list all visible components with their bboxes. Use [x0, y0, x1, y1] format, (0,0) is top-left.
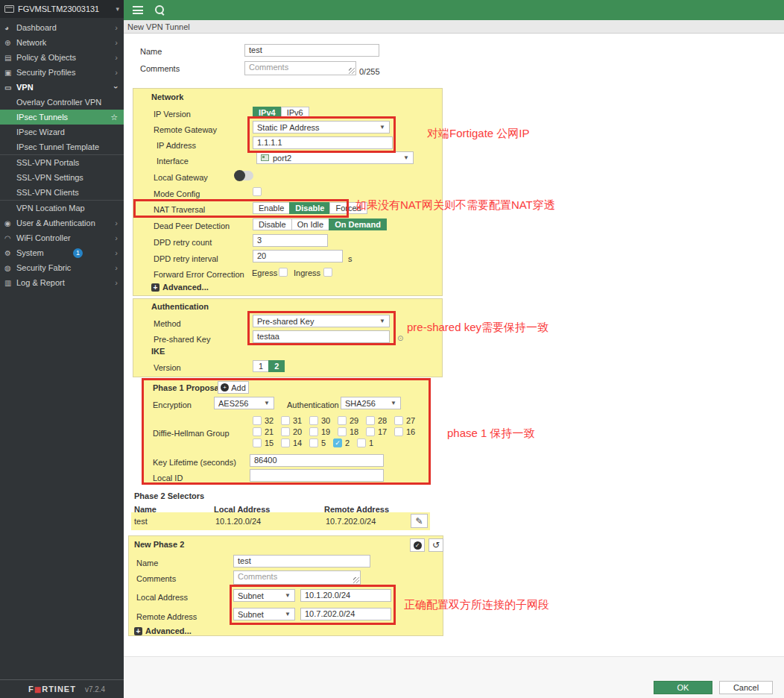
ike-v2-option[interactable]: 2: [268, 360, 285, 372]
nat-enable-option[interactable]: Enable: [253, 202, 290, 214]
sidebar-item-sslvpn-clients[interactable]: SSL-VPN Clients: [0, 185, 124, 200]
dh-29-checkbox[interactable]: [338, 416, 347, 425]
fortinet-logo: F▦RTINET v7.2.4: [0, 679, 124, 698]
dpd-ondemand-option[interactable]: On Demand: [329, 218, 387, 230]
ike-v1-option[interactable]: 1: [253, 360, 269, 372]
chevron-right-icon: ›: [115, 218, 118, 227]
sidebar-item-user-authentication[interactable]: ◉ User & Authentication ›: [0, 216, 124, 230]
dh-1-checkbox[interactable]: [357, 438, 366, 447]
interface-select[interactable]: port2 ▼: [256, 151, 414, 164]
encryption-select[interactable]: AES256 ▼: [214, 397, 274, 409]
sidebar-item-log-report[interactable]: ▥ Log & Report ›: [0, 275, 124, 290]
remote-gateway-select[interactable]: Static IP Address ▼: [253, 121, 390, 133]
search-icon[interactable]: [155, 5, 165, 15]
sidebar-item-system[interactable]: ⚙ System 1 ›: [0, 245, 124, 260]
dh-18-checkbox[interactable]: [338, 427, 347, 436]
dh-5-checkbox[interactable]: [309, 438, 318, 447]
dh-32-checkbox[interactable]: [253, 416, 262, 425]
dh-30-checkbox[interactable]: [309, 416, 318, 425]
nat-disable-option[interactable]: Disable: [289, 202, 330, 214]
password-visibility-icon[interactable]: ⊙: [397, 334, 403, 342]
sidebar-item-ipsec-tunnel-template[interactable]: IPsec Tunnel Template: [0, 139, 124, 154]
pencil-icon: ✎: [415, 516, 423, 526]
new-phase2-revert-button[interactable]: ↺: [429, 538, 443, 552]
np2-name-label: Name: [136, 558, 158, 568]
dh-17-checkbox[interactable]: [366, 427, 375, 436]
dpd-disable-option[interactable]: Disable: [253, 218, 292, 230]
fec-ingress-checkbox[interactable]: [323, 268, 332, 277]
ok-button[interactable]: OK: [654, 681, 712, 694]
phase2-row-remote: 10.7.202.0/24: [326, 517, 376, 526]
sidebar-item-network[interactable]: ⊕ Network ›: [0, 35, 124, 50]
dh-20-checkbox[interactable]: [281, 427, 290, 436]
system-badge: 1: [73, 248, 83, 258]
dh-16-checkbox[interactable]: [394, 427, 403, 436]
dh-row-3: 15 14 5 ✓2 1: [253, 438, 381, 447]
hamburger-menu-icon[interactable]: [133, 6, 143, 14]
ipv4-option[interactable]: IPv4: [253, 107, 282, 119]
local-gateway-toggle[interactable]: [235, 171, 253, 180]
dpd-retry-count-input[interactable]: 3: [253, 234, 328, 247]
sidebar-item-ipsec-tunnels[interactable]: IPsec Tunnels ☆: [0, 110, 124, 125]
np2-comments-input[interactable]: Comments: [233, 570, 361, 585]
sidebar-item-ipsec-wizard[interactable]: IPsec Wizard: [0, 125, 124, 139]
dh-21-checkbox[interactable]: [253, 427, 262, 436]
phase2-edit-button[interactable]: ✎: [411, 514, 428, 528]
dh-28-checkbox[interactable]: [366, 416, 375, 425]
method-select[interactable]: Pre-shared Key ▼: [253, 315, 390, 327]
dh-15-checkbox[interactable]: [253, 438, 262, 447]
fec-egress-checkbox[interactable]: [279, 268, 288, 277]
sidebar-item-wifi-controller[interactable]: ◠ WiFi Controller ›: [0, 230, 124, 245]
new-phase2-accept-button[interactable]: ✓: [410, 538, 425, 552]
resize-handle[interactable]: [353, 577, 359, 583]
star-icon[interactable]: ☆: [110, 113, 118, 122]
dpd-onidle-option[interactable]: On Idle: [291, 218, 329, 230]
np2-remote-input[interactable]: 10.7.202.0/24: [300, 608, 391, 620]
sidebar-item-sslvpn-portals[interactable]: SSL-VPN Portals: [0, 155, 124, 170]
np2-local-type-select[interactable]: Subnet ▼: [233, 589, 295, 602]
phase1-add-button[interactable]: + Add: [218, 381, 249, 394]
sidebar-item-policy-objects[interactable]: ▤ Policy & Objects ›: [0, 50, 124, 65]
sidebar-item-sslvpn-settings[interactable]: SSL-VPN Settings: [0, 170, 124, 185]
dh-27-checkbox[interactable]: [394, 416, 403, 425]
sidebar-item-vpn-location-map[interactable]: VPN Location Map: [0, 201, 124, 216]
cancel-button[interactable]: Cancel: [719, 681, 773, 694]
comments-label: Comments: [140, 63, 180, 74]
interface-label: Interface: [157, 156, 189, 166]
key-lifetime-input[interactable]: 86400: [250, 454, 384, 467]
device-selector[interactable]: FGVMSLTM23003131 ▾: [0, 0, 124, 18]
psk-input[interactable]: testaa: [253, 330, 390, 343]
dpd-segmented: Disable On Idle On Demand: [253, 218, 387, 230]
comments-input[interactable]: Comments: [244, 61, 356, 75]
dpd-retry-interval-input[interactable]: 20: [253, 250, 343, 262]
ip-version-segmented: IPv4 IPv6: [253, 107, 309, 119]
ip-address-input[interactable]: 1.1.1.1: [253, 136, 393, 149]
sidebar-item-overlay-controller-vpn[interactable]: Overlay Controller VPN: [0, 95, 124, 110]
np2-advanced-link[interactable]: + Advanced...: [134, 626, 192, 635]
dh-2-checkbox[interactable]: ✓: [333, 438, 342, 447]
mode-config-checkbox[interactable]: [253, 187, 262, 196]
np2-local-input[interactable]: 10.1.20.0/24: [300, 589, 391, 602]
network-advanced-link[interactable]: + Advanced...: [151, 283, 209, 292]
dh-31-checkbox[interactable]: [281, 416, 290, 425]
sidebar-item-security-fabric[interactable]: ◍ Security Fabric ›: [0, 260, 124, 275]
table-row[interactable]: test 10.1.20.0/24 10.7.202.0/24: [131, 512, 430, 530]
sidebar-item-security-profiles[interactable]: ▣ Security Profiles ›: [0, 65, 124, 80]
np2-name-input[interactable]: test: [233, 555, 370, 567]
sidebar-item-vpn[interactable]: ▭ VPN ›: [0, 80, 124, 95]
phase1-authentication-select[interactable]: SHA256 ▼: [341, 397, 401, 409]
sidebar-item-dashboard[interactable]: ◕ Dashboard ›: [0, 20, 124, 35]
remote-gateway-label: Remote Gateway: [154, 125, 217, 135]
dh-19-checkbox[interactable]: [309, 427, 318, 436]
annotation-nat: 如果没有NAT网关则不需要配置NAT穿透: [355, 198, 555, 213]
local-id-input[interactable]: [250, 469, 384, 482]
fec-egress-label: Egress: [252, 268, 277, 278]
resize-handle[interactable]: [349, 68, 355, 74]
name-input[interactable]: test: [244, 44, 379, 57]
ike-section-title: IKE: [151, 347, 165, 356]
ipv6-option[interactable]: IPv6: [281, 107, 309, 119]
dh-14-checkbox[interactable]: [281, 438, 290, 447]
np2-remote-type-select[interactable]: Subnet ▼: [233, 608, 295, 620]
sidebar: FGVMSLTM23003131 ▾ ◕ Dashboard › ⊕ Netwo…: [0, 0, 124, 698]
fortinet-logo-grid: ▦: [34, 685, 42, 694]
